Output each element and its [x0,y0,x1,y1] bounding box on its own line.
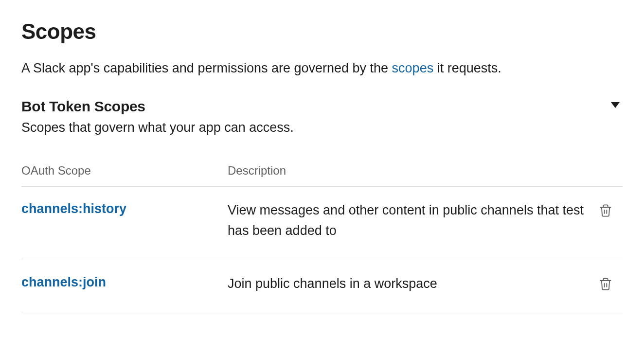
header-oauth-scope: OAuth Scope [21,164,228,178]
delete-scope-button[interactable] [596,274,615,294]
scopes-link[interactable]: scopes [392,61,434,75]
scope-description: View messages and other content in publi… [228,203,584,238]
intro-prefix: A Slack app's capabilities and permissio… [21,61,392,75]
scope-link-channels-history[interactable]: channels:history [21,201,126,216]
bot-token-scopes-header: Bot Token Scopes Scopes that govern what… [21,98,623,136]
description-cell: Join public channels in a workspace [228,274,589,294]
description-cell: View messages and other content in publi… [228,200,589,241]
header-action [589,164,623,178]
page-title: Scopes [21,19,623,44]
section-subtitle: Scopes that govern what your app can acc… [21,119,611,136]
header-description: Description [228,164,589,178]
scope-link-channels-join[interactable]: channels:join [21,275,106,289]
collapse-toggle[interactable] [611,101,620,110]
table-row: channels:history View messages and other… [21,187,623,260]
scope-description: Join public channels in a workspace [228,276,476,291]
table-row: channels:join Join public channels in a … [21,260,623,313]
caret-down-icon [611,102,620,108]
table-header: OAuth Scope Description [21,164,623,187]
delete-scope-button[interactable] [596,200,615,221]
intro-text: A Slack app's capabilities and permissio… [21,59,623,77]
section-title: Bot Token Scopes [21,98,611,115]
trash-icon [599,277,612,291]
intro-suffix: it requests. [433,61,501,75]
action-cell [589,200,623,221]
action-cell [589,274,623,294]
scopes-table: OAuth Scope Description channels:history… [21,164,623,313]
section-header-text: Bot Token Scopes Scopes that govern what… [21,98,611,136]
trash-icon [599,203,612,218]
scope-cell: channels:join [21,274,228,291]
scope-cell: channels:history [21,200,228,217]
